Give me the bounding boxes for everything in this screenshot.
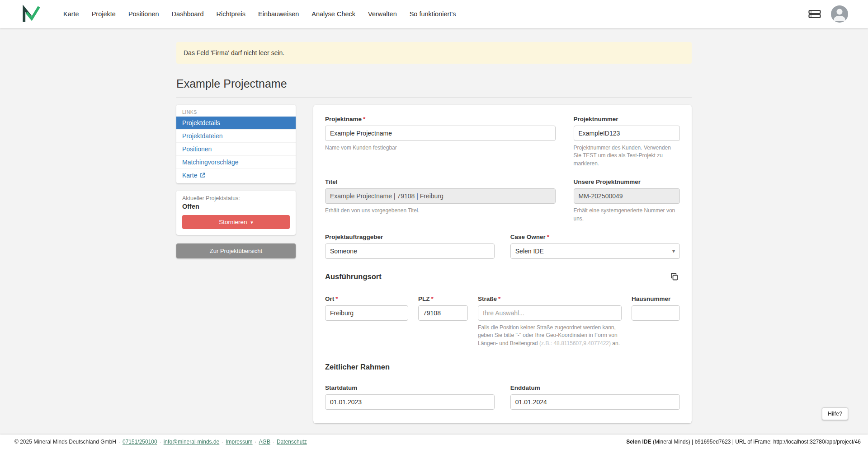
nav-item-projekte[interactable]: Projekte bbox=[85, 6, 122, 22]
project-status-card: Aktueller Projektstatus: Offen Storniere… bbox=[176, 191, 296, 235]
strasse-helper: Falls die Position keiner Straße zugeord… bbox=[478, 324, 622, 347]
projektnummer-input[interactable] bbox=[574, 126, 680, 141]
sidebar-item-projektdateien: Projektdateien bbox=[176, 129, 296, 142]
back-to-overview-button[interactable]: Zur Projektübersicht bbox=[176, 243, 296, 258]
copy-icon[interactable] bbox=[669, 271, 680, 282]
brand-logo[interactable] bbox=[22, 5, 41, 23]
nav-item-verwalten[interactable]: Verwalten bbox=[362, 6, 403, 22]
strasse-helper-example: (z.B.: 48.8115607,9.4077422) bbox=[539, 340, 611, 346]
plz-label: PLZ* bbox=[418, 295, 468, 302]
unsere-projektnummer-label: Unsere Projektnummer bbox=[574, 178, 680, 185]
plz-input[interactable] bbox=[418, 305, 468, 321]
section-heading-zeitlicher-rahmen: Zeitlicher Rahmen bbox=[325, 363, 390, 371]
top-navigation-bar: Karte Projekte Positionen Dashboard Rich… bbox=[0, 0, 868, 28]
sidebar-link-positionen[interactable]: Positionen bbox=[176, 142, 296, 155]
startdatum-label: Startdatum bbox=[325, 384, 495, 391]
copyright-text: © 2025 Mineral Minds Deutschland GmbH bbox=[14, 439, 116, 445]
strasse-input[interactable] bbox=[478, 305, 622, 321]
footer-session-info: Selen IDE (Mineral Minds) | b91695ed7623… bbox=[626, 439, 861, 445]
projektauftraggeber-label: Projektauftraggeber bbox=[325, 234, 495, 240]
nav-item-richtpreis[interactable]: Richtpreis bbox=[210, 6, 252, 22]
required-asterisk: * bbox=[547, 234, 549, 240]
sidebar-link-projektdateien[interactable]: Projektdateien bbox=[176, 129, 296, 142]
projektnummer-label: Projektnummer bbox=[574, 116, 680, 122]
ort-label: Ort* bbox=[325, 295, 408, 302]
startdatum-input[interactable] bbox=[325, 394, 495, 410]
label-text: Ort bbox=[325, 295, 334, 302]
nav-item-so-funktionierts[interactable]: So funktioniert's bbox=[403, 6, 462, 22]
topbar-right-actions bbox=[808, 5, 848, 23]
stornieren-button-label: Stornieren bbox=[219, 219, 247, 225]
label-text: Projektname bbox=[325, 116, 362, 122]
mineral-minds-logo-icon bbox=[22, 5, 41, 23]
case-owner-select[interactable]: Selen IDE ▾ bbox=[510, 243, 680, 259]
caret-down-icon: ▾ bbox=[250, 220, 253, 225]
titel-label: Titel bbox=[325, 178, 556, 185]
ort-input[interactable] bbox=[325, 305, 408, 321]
nav-item-analyse-check[interactable]: Analyse Check bbox=[305, 6, 362, 22]
footer: © 2025 Mineral Minds Deutschland GmbH · … bbox=[0, 435, 868, 449]
titel-input bbox=[325, 188, 556, 204]
status-label: Aktueller Projektstatus: bbox=[182, 195, 290, 201]
projektauftraggeber-input[interactable] bbox=[325, 243, 495, 259]
user-avatar[interactable] bbox=[831, 5, 848, 23]
nav-item-positionen[interactable]: Positionen bbox=[122, 6, 165, 22]
nav-item-karte[interactable]: Karte bbox=[57, 6, 85, 22]
projektnummer-helper: Projektnummer des Kunden. Verwenden Sie … bbox=[574, 144, 680, 168]
help-button[interactable]: Hilfe? bbox=[822, 407, 848, 420]
sidebar-link-karte[interactable]: Karte bbox=[176, 168, 296, 182]
projektname-input[interactable] bbox=[325, 126, 556, 141]
field-projektnummer: Projektnummer Projektnummer des Kunden. … bbox=[574, 116, 680, 168]
sidebar-link-matchingvorschlaege[interactable]: Matchingvorschläge bbox=[176, 155, 296, 168]
label-text: PLZ bbox=[418, 295, 430, 302]
field-unsere-projektnummer: Unsere Projektnummer Erhält eine systemg… bbox=[574, 178, 680, 223]
footer-phone-link[interactable]: 07151/250100 bbox=[123, 439, 157, 445]
server-icon[interactable] bbox=[808, 9, 821, 19]
footer-impressum-link[interactable]: Impressum bbox=[226, 439, 252, 445]
sidebar-link-label: Projektdetails bbox=[182, 119, 220, 126]
sidebar-link-label: Matchingvorschläge bbox=[182, 159, 239, 166]
unsere-projektnummer-input bbox=[574, 188, 680, 204]
label-text: Case Owner bbox=[510, 234, 546, 240]
sidebar-item-matchingvorschlaege: Matchingvorschläge bbox=[176, 155, 296, 168]
section-divider bbox=[325, 288, 680, 288]
enddatum-input[interactable] bbox=[510, 394, 680, 410]
strasse-label: Straße* bbox=[478, 295, 622, 302]
footer-separator: · bbox=[222, 439, 223, 445]
section-divider bbox=[325, 377, 680, 377]
nav-item-dashboard[interactable]: Dashboard bbox=[165, 6, 210, 22]
footer-datenschutz-link[interactable]: Datenschutz bbox=[277, 439, 307, 445]
caret-down-icon: ▾ bbox=[672, 248, 675, 254]
field-strasse: Straße* Falls die Position keiner Straße… bbox=[478, 295, 622, 347]
section-heading-ausfuehrungsort: Ausführungsort bbox=[325, 272, 382, 281]
nav-item-einbauweisen[interactable]: Einbauweisen bbox=[252, 6, 305, 22]
hausnummer-input[interactable] bbox=[632, 305, 680, 321]
enddatum-label: Enddatum bbox=[510, 384, 680, 391]
required-asterisk: * bbox=[363, 116, 365, 122]
stornieren-button[interactable]: Stornieren ▾ bbox=[182, 215, 290, 229]
sidebar-item-projektdetails: Projektdetails bbox=[176, 117, 296, 129]
required-asterisk: * bbox=[431, 295, 434, 302]
footer-separator: · bbox=[160, 439, 161, 445]
required-asterisk: * bbox=[498, 295, 500, 302]
footer-separator: · bbox=[255, 439, 257, 445]
sidebar-link-label: Projektdateien bbox=[182, 132, 223, 140]
links-card-heading: LINKS bbox=[176, 105, 296, 117]
sidebar-link-projektdetails[interactable]: Projektdetails bbox=[176, 117, 296, 129]
title-divider bbox=[176, 97, 692, 98]
field-hausnummer: Hausnummer bbox=[632, 295, 680, 347]
footer-session-details: (Mineral Minds) | b91695ed7623 | URL of … bbox=[651, 439, 861, 445]
footer-agb-link[interactable]: AGB bbox=[259, 439, 270, 445]
label-text: Straße bbox=[478, 295, 497, 302]
projektname-helper: Name vom Kunden festlegbar bbox=[325, 144, 556, 152]
field-projektauftraggeber: Projektauftraggeber bbox=[325, 234, 495, 259]
field-case-owner: Case Owner* Selen IDE ▾ bbox=[510, 234, 680, 259]
field-enddatum: Enddatum bbox=[510, 384, 680, 410]
sidebar-link-label: Positionen bbox=[182, 145, 212, 153]
links-card: LINKS Projektdetails Projektdateien bbox=[176, 105, 296, 183]
field-plz: PLZ* bbox=[418, 295, 468, 347]
footer-email-link[interactable]: info@mineral-minds.de bbox=[164, 439, 220, 445]
required-asterisk: * bbox=[335, 295, 338, 302]
external-link-icon bbox=[200, 173, 205, 178]
titel-helper: Erhält den von uns vorgegebenen Titel. bbox=[325, 207, 556, 215]
